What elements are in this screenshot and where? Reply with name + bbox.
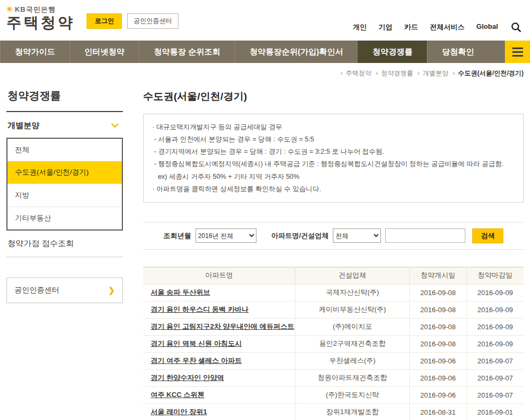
nav-item[interactable]: 청약통장순위(가입)확인서 [235,41,357,63]
sidebar-section-toggle[interactable]: 개별분양 [6,112,123,138]
sidebar-title: 청약경쟁률 [6,83,123,112]
search-button[interactable]: 검색 [472,228,503,243]
nav-item[interactable]: 당첨확인 [427,41,488,63]
breadcrumb-separator: › [417,69,419,77]
search-icon[interactable] [510,21,523,34]
breadcrumb-item[interactable]: 청약경쟁률 [381,69,413,77]
end-date-cell: 2016-09-09 [466,301,524,318]
breadcrumb-separator: › [376,69,378,77]
keyword-input[interactable] [385,228,465,243]
table-header-cell: 건설업체 [295,267,410,284]
start-date-cell: 2016-09-06 [409,386,466,403]
table-row: 경기 용인 역북 신원 아침도시용인2구역재건축조합2016-09-082016… [143,335,524,352]
end-date-cell: 2016-09-01 [466,403,524,420]
sidebar: 청약경쟁률 개별분양 전체수도권(서울/인천/경기)지방기타부동산 청약가점 점… [6,83,123,303]
notice-line: - 행정중심복합도시예정지역(세종시) 내 주택공급 기준 : 행정중심복합도시… [152,158,515,170]
logo[interactable]: ✳KB국민은행 주택청약 [6,5,75,31]
start-date-cell: 2016-09-08 [409,301,466,318]
utility-link[interactable]: Global [477,22,498,32]
end-date-cell: 2016-09-09 [466,284,524,301]
breadcrumb-item[interactable]: 개별분양 [423,69,448,77]
start-date-cell: 2016-09-06 [409,352,466,369]
builder-cell: 우찬셀레스(주) [295,352,410,369]
notice-line: · 대규모택지개발지구 등의 공급세대일 경우 [152,121,515,133]
builder-cell: 청원아파트재건축조합 [295,369,410,386]
content: 청약경쟁률 개별분양 전체수도권(서울/인천/경기)지방기타부동산 청약가점 점… [0,81,530,420]
year-filter-label: 조회년월 [163,231,191,241]
apartment-link[interactable]: 서울 송파 두산위브 [143,284,295,301]
hamburger-icon [512,47,523,49]
nav-item[interactable]: 청약통장 순위조회 [139,41,235,63]
start-date-cell: 2016-09-08 [409,318,466,335]
sidebar-menu: 전체수도권(서울/인천/경기)지방기타부동산 [6,138,123,231]
table-row: 서울 래미안 장위1장위1재개발조합2016-08-312016-09-01 [143,403,524,420]
apartment-link[interactable]: 경기 용인 하우스디 동백 카바나 [143,301,295,318]
main-nav-items: 청약가이드인터넷청약청약통장 순위조회청약통장순위(가입)확인서청약경쟁률당첨확… [0,41,488,63]
sidebar-item-score-lookup[interactable]: 청약가점 점수조회 [6,231,123,257]
apartment-link[interactable]: 서울 래미안 장위1 [143,403,295,420]
utility-link[interactable]: 전체서비스 [430,22,465,32]
sidebar-menu-item[interactable]: 지방 [7,184,122,207]
apartment-link[interactable]: 경기 여주 우찬 셀레스 아파트 [143,352,295,369]
nav-item[interactable]: 인터넷청약 [69,41,139,63]
end-date-cell: 2016-09-07 [466,352,524,369]
apartment-link[interactable]: 경기 용인 고림지구2차 양우내안애 에듀퍼스트 [143,318,295,335]
chevron-down-icon [111,123,119,128]
magnifier-glyph [511,22,521,33]
breadcrumb: ›주택청약›청약경쟁률›개별분양›수도권(서울/인천/경기) [0,63,530,81]
login-button[interactable]: 로그인 [87,13,122,29]
header: ✳KB국민은행 주택청약 로그인 공인인증센터 개인기업카드전체서비스Globa… [0,0,530,41]
notice-box: · 대규모택지개발지구 등의 공급세대일 경우 - 서울과 인천에서 분양되는 … [143,114,524,203]
utility-link[interactable]: 기업 [379,22,393,32]
service-title: 주택청약 [6,15,75,31]
builder-cell: (주)에이치포 [295,318,410,335]
notice-line: ex) 세종시 거주자 50% + 기타 지역 거주자 50% [152,171,515,183]
breadcrumb-item: 수도권(서울/인천/경기) [458,69,524,77]
all-menu-button[interactable] [505,41,530,63]
end-date-cell: 2016-09-07 [466,369,524,386]
search-bar: 조회년월 2016년 전체 아파트명/건설업체 전체 검색 [143,222,524,250]
table-row: 경기 용인 하우스디 동백 카바나케이비부동산신탁(주)2016-09-0820… [143,301,524,318]
nav-item[interactable]: 청약가이드 [0,41,69,63]
breadcrumb-separator: › [453,69,455,77]
end-date-cell: 2016-09-09 [466,318,524,335]
table-header-row: 아파트명건설업체청약개시일청약마감일 [143,267,524,284]
start-date-cell: 2016-09-08 [409,284,466,301]
apartment-link[interactable]: 경기 용인 역북 신원 아침도시 [143,335,295,352]
bank-logo-line: ✳KB국민은행 [6,5,75,14]
cert-center-label: 공인인증센터 [14,286,59,295]
year-select[interactable]: 2016년 전체 [196,228,256,243]
results-table-body: 서울 송파 두산위브국제자산신탁(주)2016-09-082016-09-09경… [143,284,524,420]
sidebar-menu-item[interactable]: 전체 [7,139,122,161]
breadcrumb-separator: › [340,69,342,77]
table-header-cell: 청약개시일 [409,267,466,284]
sidebar-cert-center-link[interactable]: 공인인증센터 ❯ [6,278,123,303]
breadcrumb-item[interactable]: 주택청약 [346,69,371,77]
sidebar-menu-item[interactable]: 수도권(서울/인천/경기) [7,161,122,184]
cert-center-button[interactable]: 공인인증센터 [127,13,178,29]
bank-name: KB국민은행 [15,5,56,13]
main-nav: 청약가이드인터넷청약청약통장 순위조회청약통장순위(가입)확인서청약경쟁률당첨확… [0,41,530,63]
utility-link[interactable]: 카드 [404,22,418,32]
utility-link[interactable]: 개인 [353,22,367,32]
utility-links: 개인기업카드전체서비스Global [353,22,498,32]
kb-star-icon: ✳ [6,5,13,13]
builder-cell: 장위1재개발조합 [295,403,410,420]
apartment-link[interactable]: 경기 한양수자인 안양역 [143,369,295,386]
start-date-cell: 2016-09-06 [409,369,466,386]
table-row: 서울 송파 두산위브국제자산신탁(주)2016-09-082016-09-09 [143,284,524,301]
chevron-right-icon: ❯ [108,286,115,295]
apt-filter-label: 아파트명/건설업체 [271,231,329,241]
apartment-link[interactable]: 여주 KCC 스위첸 [143,386,295,403]
utility-nav: 개인기업카드전체서비스Global [353,21,523,34]
start-date-cell: 2016-08-31 [409,403,466,420]
apt-filter-select[interactable]: 전체 [333,228,381,243]
notice-line: - 경기지역에서 분양되는 경우 = 당해 : 경기 : 수도권 = 3:2:5… [152,146,515,158]
sidebar-menu-item[interactable]: 기타부동산 [7,207,122,229]
table-header-cell: 청약마감일 [466,267,524,284]
sidebar-section-label: 개별분양 [7,121,40,131]
builder-cell: 케이비부동산신탁(주) [295,301,410,318]
nav-item[interactable]: 청약경쟁률 [357,41,427,63]
start-date-cell: 2016-09-08 [409,335,466,352]
end-date-cell: 2016-09-07 [466,386,524,403]
